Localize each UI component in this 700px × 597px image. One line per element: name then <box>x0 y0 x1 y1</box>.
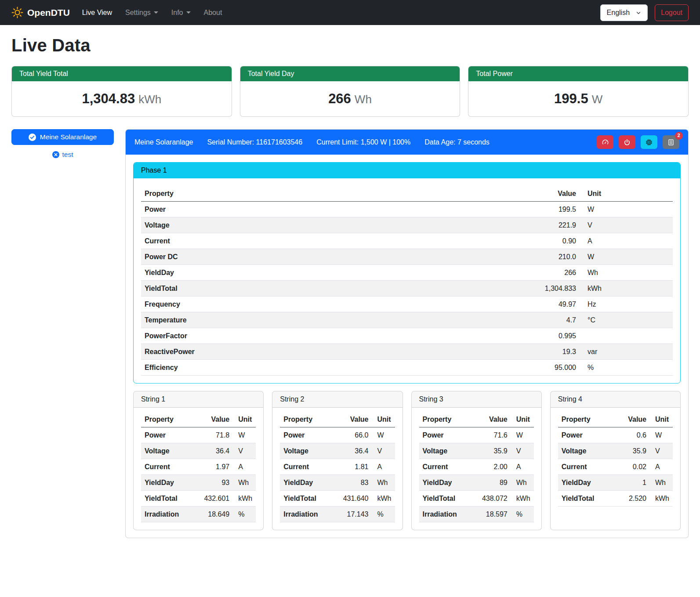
row-value: 221.9 <box>505 217 580 233</box>
row-value: 35.9 <box>616 443 650 459</box>
row-unit: % <box>580 360 673 376</box>
string-2-body: Property Value Unit Power <box>272 408 402 530</box>
string-1-table-body: Power 71.8 W Voltage 36.4 V <box>141 427 256 522</box>
string-table-row: YieldTotal 432.601 kWh <box>141 491 256 507</box>
row-value: 2.00 <box>477 459 511 475</box>
string-table-row: Power 0.6 W <box>558 427 673 443</box>
nav-item-live-view[interactable]: Live View <box>82 9 112 17</box>
row-property: Power <box>280 427 337 443</box>
nav-item-settings[interactable]: Settings <box>125 9 158 17</box>
string-4-title: String 4 <box>551 391 680 408</box>
nav-item-about[interactable]: About <box>204 9 222 17</box>
row-unit: V <box>233 443 256 459</box>
col-header-unit: Unit <box>233 412 256 427</box>
device-info-button[interactable] <box>641 135 657 149</box>
string-table-row: Power 71.8 W <box>141 427 256 443</box>
sidebar-inverter-active[interactable]: Meine Solaranlage <box>11 129 114 145</box>
phase-card-body: Property Value Unit Power <box>134 178 680 383</box>
phase-table-row: Power DC 210.0 W <box>141 249 673 265</box>
col-header-value: Value <box>616 412 650 427</box>
card-total-yield-total: Total Yield Total 1,304.83kWh <box>11 66 232 117</box>
string-card-2: String 2 Property Value Unit <box>272 391 403 530</box>
string-4-table-body: Power 0.6 W Voltage 35.9 V <box>558 427 673 507</box>
card-total-yield-day-body: 266Wh <box>240 81 460 116</box>
row-value: 89 <box>477 475 511 491</box>
sidebar-inverter-test-label: test <box>62 151 73 159</box>
phase-table-row: ReactivePower 19.3 var <box>141 344 673 360</box>
row-value: 0.6 <box>616 427 650 443</box>
string-table-row: Voltage 36.4 V <box>280 443 395 459</box>
phase-table-row: PowerFactor 0.995 <box>141 328 673 344</box>
card-total-yield-day-title: Total Yield Day <box>240 66 460 81</box>
nav-item-info[interactable]: Info <box>171 9 191 17</box>
logout-button[interactable]: Logout <box>655 4 689 21</box>
row-value: 19.3 <box>505 344 580 360</box>
string-table-row: Irradiation 18.597 % <box>419 507 534 522</box>
string-3-table: Property Value Unit Power <box>419 412 534 522</box>
card-total-yield-day: Total Yield Day 266Wh <box>240 66 461 117</box>
language-select-value: English <box>607 9 630 17</box>
row-unit: A <box>233 459 256 475</box>
row-unit: kWh <box>511 491 534 507</box>
row-property: Voltage <box>419 443 477 459</box>
string-table-row: Current 2.00 A <box>419 459 534 475</box>
phase-table-row: Voltage 221.9 V <box>141 217 673 233</box>
inverter-name: Meine Solaranlage <box>134 138 193 146</box>
limit-settings-button[interactable] <box>597 135 613 149</box>
row-unit: Wh <box>511 475 534 491</box>
string-4-body: Property Value Unit Power <box>551 408 680 514</box>
string-table-row: Voltage 35.9 V <box>419 443 534 459</box>
string-table-header-row: Property Value Unit <box>280 412 395 427</box>
string-3-body: Property Value Unit Power <box>412 408 541 530</box>
row-property: Irradiation <box>419 507 477 522</box>
total-yield-day-unit: Wh <box>355 93 372 106</box>
row-property: YieldDay <box>280 475 337 491</box>
journal-icon <box>667 139 675 146</box>
row-unit: V <box>372 443 395 459</box>
event-log-button[interactable]: 2 <box>663 135 679 149</box>
col-header-unit: Unit <box>511 412 534 427</box>
row-value: 438.072 <box>477 491 511 507</box>
phase-card-title: Phase 1 <box>134 163 680 178</box>
string-table-row: YieldDay 1 Wh <box>558 475 673 491</box>
row-value: 199.5 <box>505 202 580 217</box>
cpu-icon <box>646 139 653 146</box>
brand[interactable]: OpenDTU <box>11 7 70 18</box>
row-unit: W <box>511 427 534 443</box>
row-unit: V <box>580 217 673 233</box>
row-value: 432.601 <box>199 491 233 507</box>
power-button[interactable] <box>619 135 635 149</box>
row-value: 71.6 <box>477 427 511 443</box>
row-value: 93 <box>199 475 233 491</box>
string-table-row: Voltage 35.9 V <box>558 443 673 459</box>
string-table-row: YieldTotal 2.520 kWh <box>558 491 673 507</box>
string-table-row: Voltage 36.4 V <box>141 443 256 459</box>
language-select[interactable]: English <box>600 4 648 21</box>
row-value: 431.640 <box>338 491 372 507</box>
caret-down-icon <box>186 11 191 14</box>
col-header-property: Property <box>141 412 199 427</box>
string-table-row: Irradiation 18.649 % <box>141 507 256 522</box>
chevron-down-icon <box>636 10 641 15</box>
string-table-row: Power 71.6 W <box>419 427 534 443</box>
nav-item-live-view-label: Live View <box>82 9 112 17</box>
sidebar-inverter-active-label: Meine Solaranlage <box>40 133 97 141</box>
sidebar-inverter-test[interactable]: test <box>11 151 114 159</box>
row-property: Irradiation <box>280 507 337 522</box>
col-header-property: Property <box>280 412 337 427</box>
strings-row: String 1 Property Value Unit <box>133 391 681 530</box>
string-table-header-row: Property Value Unit <box>141 412 256 427</box>
nav-item-settings-label: Settings <box>125 9 151 17</box>
row-value: 83 <box>338 475 372 491</box>
row-value: 0.90 <box>505 233 580 249</box>
row-property: Current <box>280 459 337 475</box>
row-property: YieldTotal <box>141 491 199 507</box>
string-table-row: YieldDay 93 Wh <box>141 475 256 491</box>
col-header-unit: Unit <box>650 412 673 427</box>
col-header-property: Property <box>419 412 477 427</box>
row-unit: W <box>650 427 673 443</box>
event-count-badge: 2 <box>675 132 683 140</box>
row-unit: A <box>650 459 673 475</box>
row-unit: V <box>650 443 673 459</box>
power-icon <box>624 139 631 146</box>
